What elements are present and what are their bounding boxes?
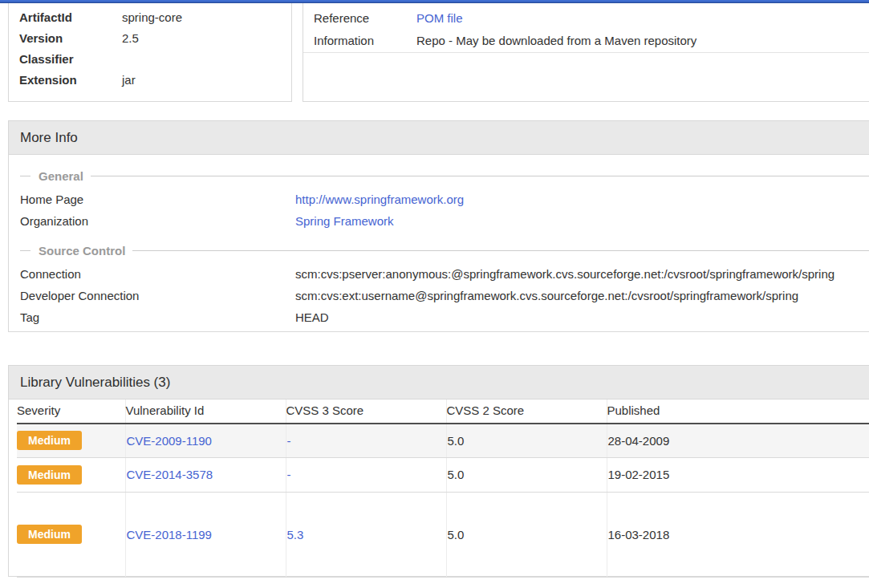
classifier-value: [122, 49, 281, 70]
cvss2-score-value: 5.0: [448, 528, 465, 541]
home-page-label: Home Page: [20, 189, 295, 210]
severity-badge: Medium: [17, 465, 82, 485]
legend-dash: [20, 250, 30, 251]
vulnerabilities-panel: Library Vulnerabilities (3) Severity Vul…: [8, 365, 869, 577]
col-severity: Severity: [17, 399, 125, 424]
extension-value: jar: [122, 70, 281, 91]
legend-rule: [132, 250, 869, 251]
version-label: Version: [19, 28, 122, 49]
table-row: Medium CVE-2018-1199 5.3 5.0 16-03-2018: [17, 492, 869, 577]
col-cvss2-score: CVSS 2 Score: [446, 399, 607, 424]
cvss3-score-link[interactable]: -: [287, 468, 291, 481]
table-row: Medium CVE-2014-3578 - 5.0 19-02-2015: [17, 457, 869, 492]
reference-row: Reference POM file: [314, 7, 869, 30]
table-header-row: Severity Vulnerability Id CVSS 3 Score C…: [17, 399, 869, 424]
reference-rows: Reference POM file Information Repo - Ma…: [303, 3, 869, 52]
vulnerability-id-link[interactable]: CVE-2009-1190: [127, 434, 212, 448]
information-row: Information Repo - May be downloaded fro…: [314, 30, 869, 52]
tag-value: HEAD: [295, 306, 869, 328]
legend-rule: [91, 176, 869, 176]
legend-dash: [20, 176, 30, 176]
vulnerabilities-table-wrap: Severity Vulnerability Id CVSS 3 Score C…: [9, 399, 869, 578]
cvss2-score-value: 5.0: [448, 468, 465, 481]
severity-badge: Medium: [17, 431, 82, 450]
connection-row: Connection scm:cvs:pserver:anonymous:@sp…: [20, 263, 869, 285]
version-value: 2.5: [122, 28, 281, 49]
vulnerability-id-link[interactable]: CVE-2018-1199: [127, 528, 212, 541]
information-value: Repo - May be downloaded from a Maven re…: [416, 30, 869, 52]
tag-label: Tag: [20, 306, 295, 328]
col-vulnerability-id: Vulnerability Id: [125, 399, 286, 424]
home-page-row: Home Page http://www.springframework.org: [20, 189, 869, 210]
table-row: Medium CVE-2009-1190 - 5.0 28-04-2009: [17, 424, 869, 457]
extension-label: Extension: [19, 70, 122, 91]
home-page-link[interactable]: http://www.springframework.org: [295, 193, 464, 206]
organization-label: Organization: [20, 210, 295, 232]
tag-row: Tag HEAD: [20, 306, 869, 328]
col-cvss3-score: CVSS 3 Score: [286, 399, 446, 424]
general-legend-label: General: [30, 169, 91, 183]
information-label: Information: [314, 30, 416, 52]
cvss3-score-link[interactable]: 5.3: [287, 528, 304, 541]
cvss2-score-value: 5.0: [448, 434, 465, 448]
more-info-body: General Home Page http://www.springframe…: [9, 155, 869, 328]
published-date: 16-03-2018: [608, 528, 670, 541]
source-control-legend-label: Source Control: [30, 244, 132, 258]
extension-row: Extension jar: [19, 70, 281, 91]
more-info-panel: More Info General Home Page http://www.s…: [8, 120, 869, 332]
reference-box: Reference POM file Information Repo - Ma…: [303, 3, 869, 102]
reference-box-divider: [303, 52, 869, 53]
organization-row: Organization Spring Framework: [20, 210, 869, 232]
general-legend: General: [20, 168, 869, 184]
severity-badge: Medium: [17, 525, 82, 544]
artifact-row: ArtifactId spring-core: [19, 7, 281, 28]
organization-link[interactable]: Spring Framework: [295, 214, 394, 228]
connection-label: Connection: [20, 263, 295, 285]
vulnerabilities-table: Severity Vulnerability Id CVSS 3 Score C…: [17, 399, 869, 578]
developer-connection-value: scm:cvs:ext:username@springframework.cvs…: [295, 285, 869, 306]
classifier-row: Classifier: [19, 49, 281, 70]
version-row: Version 2.5: [19, 28, 281, 49]
classifier-label: Classifier: [19, 49, 122, 70]
more-info-title: More Info: [9, 121, 869, 155]
reference-label: Reference: [314, 7, 416, 30]
cvss3-score-link[interactable]: -: [287, 434, 291, 448]
vulnerability-id-link[interactable]: CVE-2014-3578: [127, 468, 213, 481]
developer-connection-label: Developer Connection: [20, 285, 295, 306]
artifactid-value: spring-core: [122, 7, 281, 28]
published-date: 19-02-2015: [608, 468, 670, 481]
artifact-coordinates-box: ArtifactId spring-core Version 2.5 Class…: [8, 3, 292, 102]
artifactid-label: ArtifactId: [19, 7, 122, 28]
page: ArtifactId spring-core Version 2.5 Class…: [0, 0, 869, 588]
source-control-legend: Source Control: [20, 242, 869, 258]
developer-connection-row: Developer Connection scm:cvs:ext:usernam…: [20, 285, 869, 306]
col-published: Published: [607, 399, 869, 424]
connection-value: scm:cvs:pserver:anonymous:@springframewo…: [295, 263, 869, 285]
pom-file-link[interactable]: POM file: [416, 11, 463, 25]
published-date: 28-04-2009: [608, 434, 670, 448]
vulnerabilities-title: Library Vulnerabilities (3): [9, 366, 869, 399]
